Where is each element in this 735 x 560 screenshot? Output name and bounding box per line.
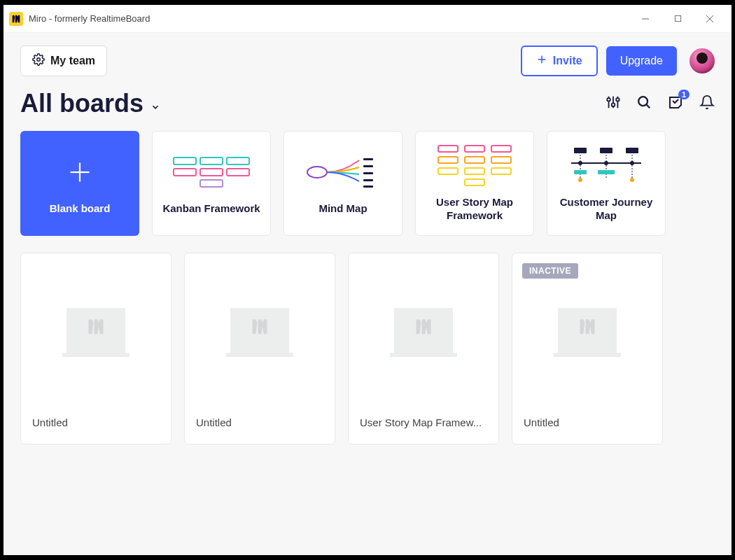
board-preview	[21, 253, 171, 407]
board-card[interactable]: User Story Map Framew...	[348, 253, 499, 444]
inactive-badge: INACTIVE	[522, 263, 578, 279]
templates-row: Blank board Kanban Framework Mind Map	[20, 131, 715, 236]
plus-icon	[536, 54, 547, 68]
svg-rect-20	[363, 172, 373, 174]
template-kanban[interactable]: Kanban Framework	[152, 131, 271, 236]
usm-thumb	[433, 145, 517, 187]
board-card[interactable]: INACTIVE Untitled	[512, 253, 663, 444]
search-icon[interactable]	[636, 94, 652, 113]
template-label: Mind Map	[318, 202, 367, 216]
svg-point-10	[607, 98, 610, 102]
template-label: Blank board	[50, 202, 111, 216]
template-label: Kanban Framework	[162, 202, 260, 216]
svg-rect-22	[363, 186, 373, 188]
template-user-story-map[interactable]: User Story Map Framework	[415, 131, 534, 236]
board-title: Untitled	[21, 407, 171, 444]
main-content: My team Invite Upgrade All boards 1	[4, 33, 732, 555]
app-window: Miro - formerly RealtimeBoard My team In…	[4, 5, 732, 555]
svg-point-13	[638, 97, 648, 106]
svg-rect-18	[363, 158, 373, 160]
svg-point-38	[578, 178, 582, 182]
avatar[interactable]	[690, 48, 715, 74]
board-preview	[349, 253, 498, 407]
svg-rect-36	[574, 170, 587, 174]
bell-icon[interactable]	[699, 94, 715, 113]
board-card[interactable]: Untitled	[184, 253, 335, 444]
template-mind-map[interactable]: Mind Map	[284, 131, 402, 236]
heading-row: All boards 1	[20, 89, 715, 118]
svg-rect-37	[598, 170, 615, 174]
board-title: Untitled	[512, 407, 662, 444]
template-label: Customer Journey Map	[554, 195, 658, 223]
chevron-down-icon	[150, 89, 160, 118]
template-blank-board[interactable]: Blank board	[20, 131, 139, 236]
minimize-button[interactable]	[629, 8, 662, 30]
svg-point-17	[307, 167, 327, 178]
miro-logo-icon	[414, 316, 433, 339]
tool-icons: 1	[606, 94, 715, 113]
svg-point-29	[630, 161, 634, 165]
close-button[interactable]	[694, 8, 726, 30]
miro-logo-icon	[86, 316, 106, 339]
board-card[interactable]: Untitled	[20, 253, 172, 444]
maximize-button[interactable]	[662, 8, 694, 30]
inbox-icon[interactable]: 1	[667, 94, 684, 113]
svg-point-4	[37, 58, 41, 62]
board-title: User Story Map Framew...	[349, 407, 498, 444]
miro-logo-icon	[250, 316, 270, 339]
upgrade-button[interactable]: Upgrade	[606, 46, 677, 76]
titlebar: Miro - formerly RealtimeBoard	[4, 5, 732, 33]
svg-point-11	[612, 103, 615, 106]
svg-point-39	[630, 178, 634, 182]
miro-logo-icon	[578, 316, 597, 339]
cjm-thumb	[564, 145, 648, 187]
svg-rect-19	[363, 165, 373, 167]
invite-button[interactable]: Invite	[521, 46, 598, 76]
template-customer-journey-map[interactable]: Customer Journey Map	[547, 131, 666, 236]
gear-icon	[32, 53, 45, 69]
filters-icon[interactable]	[606, 94, 621, 113]
topbar: My team Invite Upgrade	[20, 46, 715, 76]
team-selector-button[interactable]: My team	[20, 46, 107, 76]
mindmap-thumb	[301, 151, 385, 193]
board-title: Untitled	[185, 407, 335, 444]
svg-point-12	[616, 98, 620, 102]
svg-rect-21	[363, 179, 373, 181]
boards-grid: Untitled Untitled User Story Map Framew.…	[20, 253, 715, 444]
window-title: Miro - formerly RealtimeBoard	[29, 13, 629, 24]
svg-rect-1	[675, 15, 680, 21]
team-label: My team	[50, 55, 95, 67]
boards-heading-dropdown[interactable]: All boards	[20, 89, 160, 118]
kanban-thumb	[169, 151, 253, 193]
svg-point-27	[578, 161, 582, 165]
svg-rect-23	[574, 148, 587, 153]
invite-label: Invite	[553, 55, 582, 67]
template-label: User Story Map Framework	[423, 195, 526, 223]
svg-point-28	[604, 161, 608, 165]
svg-rect-25	[626, 148, 638, 153]
svg-line-14	[646, 104, 650, 108]
plus-icon	[38, 151, 122, 193]
window-controls	[629, 8, 726, 30]
heading-text: All boards	[20, 89, 144, 118]
inbox-badge: 1	[678, 90, 690, 99]
svg-rect-24	[600, 148, 612, 153]
app-icon	[9, 12, 23, 26]
board-preview	[185, 253, 335, 407]
